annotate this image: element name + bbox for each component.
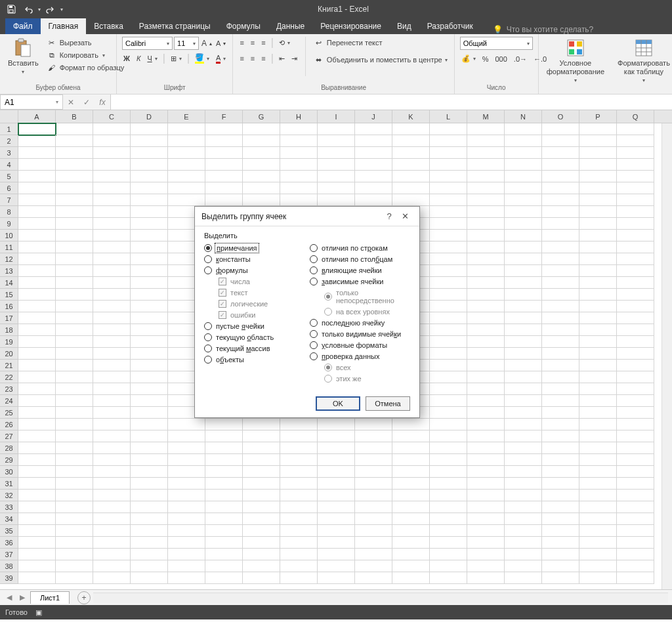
cell[interactable]	[617, 324, 654, 336]
cell[interactable]	[131, 348, 168, 360]
cell[interactable]	[542, 383, 579, 395]
cell[interactable]	[131, 123, 168, 135]
cell[interactable]	[467, 395, 505, 407]
cell[interactable]	[18, 537, 56, 549]
cell[interactable]	[56, 324, 93, 336]
cell[interactable]	[243, 159, 280, 171]
cell[interactable]	[93, 513, 131, 525]
cell[interactable]	[93, 501, 131, 513]
row-header[interactable]: 36	[0, 537, 18, 549]
cell[interactable]	[18, 135, 56, 147]
cell[interactable]	[430, 407, 467, 419]
cell[interactable]	[579, 171, 617, 182]
cell[interactable]	[617, 253, 654, 265]
cell[interactable]	[355, 430, 392, 442]
cell[interactable]	[579, 336, 617, 348]
cell[interactable]	[318, 442, 355, 454]
cell[interactable]	[430, 383, 467, 395]
cell[interactable]	[505, 513, 542, 525]
cell[interactable]	[392, 419, 430, 430]
radio-formulas[interactable]: формулы	[204, 266, 304, 275]
cell[interactable]	[18, 159, 56, 171]
cell[interactable]	[56, 395, 93, 407]
cell[interactable]	[56, 182, 93, 194]
row-header[interactable]: 30	[0, 466, 18, 478]
cell[interactable]	[542, 572, 579, 584]
cell[interactable]	[93, 336, 131, 348]
formula-input[interactable]	[110, 94, 672, 110]
cell[interactable]	[243, 478, 280, 490]
cell[interactable]	[56, 312, 93, 324]
cell[interactable]	[280, 513, 318, 525]
column-header[interactable]: A	[18, 110, 56, 123]
cell[interactable]	[131, 371, 168, 383]
cell[interactable]	[93, 348, 131, 360]
cell[interactable]	[617, 572, 654, 584]
cell[interactable]	[392, 159, 430, 171]
cell[interactable]	[56, 442, 93, 454]
cell[interactable]	[205, 560, 243, 572]
row-header[interactable]: 8	[0, 206, 18, 218]
cell[interactable]	[168, 182, 205, 194]
cell[interactable]	[56, 171, 93, 182]
cell[interactable]	[617, 147, 654, 159]
cell[interactable]	[392, 171, 430, 182]
cell[interactable]	[280, 442, 318, 454]
tab-page-layout[interactable]: Разметка страницы	[131, 18, 219, 34]
cell[interactable]	[93, 194, 131, 206]
cell[interactable]	[392, 135, 430, 147]
cell[interactable]	[467, 171, 505, 182]
cell[interactable]	[467, 277, 505, 289]
cell[interactable]	[579, 123, 617, 135]
cell[interactable]	[579, 383, 617, 395]
cell[interactable]	[93, 171, 131, 182]
cell[interactable]	[168, 549, 205, 560]
column-header[interactable]: J	[355, 110, 392, 123]
radio-objects[interactable]: объекты	[204, 355, 304, 364]
cell[interactable]	[318, 572, 355, 584]
row-header[interactable]: 7	[0, 194, 18, 206]
radio-current-region[interactable]: текущую область	[204, 333, 304, 342]
cell[interactable]	[430, 525, 467, 537]
cell[interactable]	[318, 525, 355, 537]
cell[interactable]	[18, 253, 56, 265]
cell[interactable]	[505, 206, 542, 218]
cell[interactable]	[392, 537, 430, 549]
cell[interactable]	[542, 206, 579, 218]
cell[interactable]	[93, 324, 131, 336]
cell[interactable]	[355, 442, 392, 454]
cell[interactable]	[318, 182, 355, 194]
cell[interactable]	[430, 466, 467, 478]
cell[interactable]	[18, 289, 56, 301]
cell[interactable]	[617, 206, 654, 218]
cell[interactable]	[505, 135, 542, 147]
cell[interactable]	[56, 336, 93, 348]
cell[interactable]	[579, 194, 617, 206]
cell[interactable]	[579, 549, 617, 560]
sheet-nav-next-icon[interactable]: ▶	[17, 593, 28, 602]
underline-button[interactable]: Ч▾	[146, 54, 158, 63]
cell[interactable]	[318, 478, 355, 490]
increase-decimal-button[interactable]: .0→	[513, 54, 528, 64]
cell[interactable]	[280, 537, 318, 549]
cell[interactable]	[617, 135, 654, 147]
save-icon[interactable]	[4, 2, 18, 16]
cell[interactable]	[430, 206, 467, 218]
dialog-help-icon[interactable]: ?	[381, 211, 397, 221]
select-all-corner[interactable]	[0, 110, 18, 123]
column-header[interactable]: O	[542, 110, 579, 123]
column-header[interactable]: E	[168, 110, 205, 123]
ok-button[interactable]: OK	[316, 396, 360, 411]
cell[interactable]	[168, 537, 205, 549]
cell[interactable]	[617, 501, 654, 513]
row-header[interactable]: 33	[0, 501, 18, 513]
cell[interactable]	[243, 572, 280, 584]
cell[interactable]	[617, 442, 654, 454]
cell[interactable]	[131, 206, 168, 218]
align-top-button[interactable]: ≡	[238, 37, 245, 49]
cell[interactable]	[131, 490, 168, 501]
row-header[interactable]: 17	[0, 312, 18, 324]
cell[interactable]	[131, 525, 168, 537]
cell[interactable]	[617, 537, 654, 549]
cell[interactable]	[355, 419, 392, 430]
